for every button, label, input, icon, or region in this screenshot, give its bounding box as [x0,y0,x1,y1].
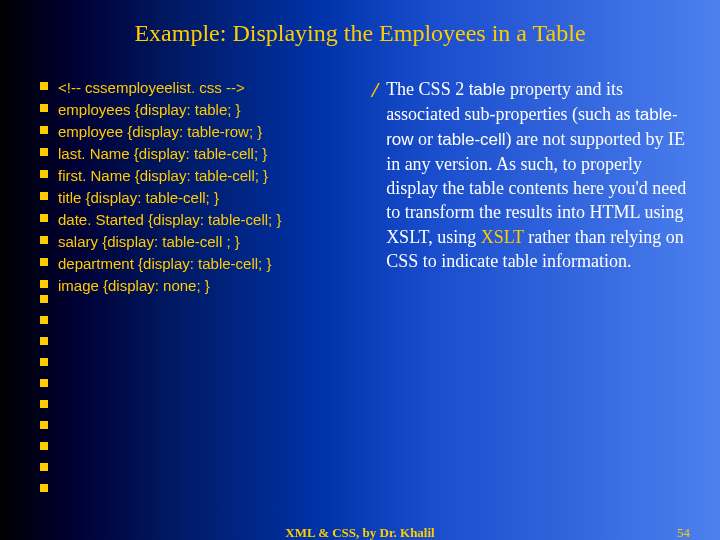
slash-bullet-icon: / [372,79,378,297]
code-text: date. Started {display: table-cell; } [58,209,281,230]
code-line: <!-- cssemployeelist. css --> [40,77,352,98]
code-line: employee {display: table-row; } [40,121,352,142]
square-bullet-icon [40,280,48,288]
highlight-text: XSLT [481,227,524,247]
code-text: employee {display: table-row; } [58,121,262,142]
code-line: department {display: table-cell; } [40,253,352,274]
content-area: <!-- cssemployeelist. css --> employees … [0,47,720,297]
code-term: table [469,80,506,99]
page-number: 54 [677,525,690,540]
square-bullet-icon [40,400,48,408]
square-bullet-icon [40,170,48,178]
code-line: date. Started {display: table-cell; } [40,209,352,230]
body-text: The CSS 2 [386,79,469,99]
square-bullet-icon [40,148,48,156]
square-bullet-icon [40,421,48,429]
decorative-bullets [40,290,58,505]
code-term: table-cell [438,130,506,149]
square-bullet-icon [40,126,48,134]
code-line: image {display: none; } [40,275,352,296]
square-bullet-icon [40,82,48,90]
code-column: <!-- cssemployeelist. css --> employees … [40,77,352,297]
footer-author: XML & CSS, by Dr. Khalil [285,525,434,540]
code-line: title {display: table-cell; } [40,187,352,208]
square-bullet-icon [40,192,48,200]
code-text: <!-- cssemployeelist. css --> [58,77,245,98]
code-text: first. Name {display: table-cell; } [58,165,268,186]
code-text: last. Name {display: table-cell; } [58,143,267,164]
square-bullet-icon [40,484,48,492]
square-bullet-icon [40,258,48,266]
square-bullet-icon [40,358,48,366]
square-bullet-icon [40,379,48,387]
code-line: salary {display: table-cell ; } [40,231,352,252]
square-bullet-icon [40,295,48,303]
square-bullet-icon [40,236,48,244]
code-text: salary {display: table-cell ; } [58,231,240,252]
code-line: first. Name {display: table-cell; } [40,165,352,186]
body-text: or [414,129,438,149]
body-paragraph: The CSS 2 table property and its associa… [386,77,690,297]
square-bullet-icon [40,337,48,345]
slide-title: Example: Displaying the Employees in a T… [0,0,720,47]
code-text: title {display: table-cell; } [58,187,219,208]
square-bullet-icon [40,463,48,471]
square-bullet-icon [40,104,48,112]
code-line: employees {display: table; } [40,99,352,120]
square-bullet-icon [40,316,48,324]
square-bullet-icon [40,214,48,222]
code-text: employees {display: table; } [58,99,241,120]
square-bullet-icon [40,442,48,450]
code-line: last. Name {display: table-cell; } [40,143,352,164]
code-text: department {display: table-cell; } [58,253,271,274]
code-text: image {display: none; } [58,275,210,296]
text-column: / The CSS 2 table property and its assoc… [352,77,690,297]
